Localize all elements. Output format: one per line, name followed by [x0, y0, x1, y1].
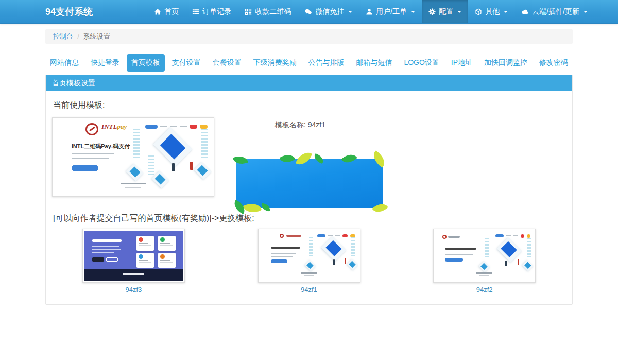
mock-text-line [160, 260, 170, 261]
nav-label: 云端/插件/更新 [532, 7, 579, 16]
nav-item-wechat[interactable]: 微信免挂 [298, 0, 359, 23]
mock-text-line [160, 245, 173, 246]
tab-sub-reward[interactable]: 下级消费奖励 [249, 54, 301, 72]
gear-icon [428, 8, 436, 15]
nav-label: 订单记录 [202, 7, 231, 16]
mock-button [106, 257, 118, 262]
mock-button [72, 165, 98, 171]
mock-illustration [301, 231, 358, 281]
nav-item-qrcode[interactable]: 收款二维码 [238, 0, 298, 23]
tab-home-template[interactable]: 首页模板 [127, 54, 165, 72]
submit-template-hint: [可以向作者提交自己写的首页模板(有奖励)]->更换模板: [53, 213, 254, 224]
template-link-94zf2[interactable]: 94zf2 [476, 286, 493, 293]
mock-text-line [139, 245, 151, 246]
template-name-line: 模板名称: 94zf1 [275, 120, 325, 130]
mock-text-line [139, 262, 151, 263]
mock-shape [485, 238, 489, 258]
caret-down-icon [504, 11, 508, 13]
mock-card [158, 253, 176, 268]
caret-down-icon [583, 11, 588, 13]
caret-down-icon [348, 11, 352, 13]
template-option: 94zf3 [46, 229, 221, 293]
template-screenshot [435, 231, 534, 281]
template-link-94zf3[interactable]: 94zf3 [125, 286, 142, 293]
leaf-shape [313, 153, 325, 164]
current-template-preview: INTLpay INTL二维码Pay-码支付 [52, 117, 214, 197]
breadcrumb-separator: / [77, 33, 79, 41]
mock-shape [351, 237, 355, 257]
tab-callback-monitor[interactable]: 加快回调监控 [479, 54, 532, 72]
caret-down-icon [457, 11, 461, 13]
panel-body: 当前使用模板: INTLpay INTL二维码Pay-码支付 [46, 91, 572, 304]
nav-item-orders[interactable]: 订单记录 [185, 0, 238, 23]
template-gallery: 94zf3 [46, 229, 572, 293]
nav-item-cloud[interactable]: 云端/插件/更新 [514, 0, 594, 23]
mock-footer-text [123, 273, 144, 275]
mock-shape [133, 129, 140, 160]
template-settings-panel: 首页模板设置 当前使用模板: INTLpay INTL二维码Pay [45, 75, 573, 305]
tab-site-info[interactable]: 网站信息 [45, 54, 83, 72]
nav-item-home[interactable]: 首页 [147, 0, 185, 23]
brand-title[interactable]: 94支付系统 [45, 0, 93, 23]
template-name-value: 94zf1 [308, 120, 325, 129]
tab-announcement[interactable]: 公告与排版 [304, 54, 349, 72]
nav-label: 微信免挂 [315, 7, 344, 16]
mock-text-line [139, 243, 148, 244]
mock-button [271, 259, 287, 263]
nav-label: 其他 [485, 7, 500, 16]
wechat-icon [304, 8, 312, 15]
mock-text-line [445, 254, 472, 255]
breadcrumb: 控制台 / 系统设置 [45, 29, 573, 44]
settings-tabs: 网站信息 快捷登录 首页模板 支付设置 套餐设置 下级消费奖励 公告与排版 邮箱… [45, 54, 573, 72]
mock-text-line [160, 243, 170, 244]
mock-shape [201, 129, 208, 160]
mock-footer [84, 269, 183, 281]
mock-person [518, 259, 519, 265]
tab-payment[interactable]: 支付设置 [167, 54, 205, 72]
tab-quick-login[interactable]: 快捷登录 [86, 54, 124, 72]
list-icon [192, 8, 199, 15]
nav-item-users[interactable]: 用户/工单 [359, 0, 422, 23]
qrcode-icon [245, 8, 252, 15]
tab-change-password[interactable]: 修改密码 [535, 54, 573, 72]
cloud-icon [521, 8, 529, 15]
mock-heading [271, 247, 300, 249]
tab-ip[interactable]: IP地址 [447, 54, 477, 72]
nav-label: 配置 [439, 7, 453, 16]
mock-button [92, 257, 104, 262]
tab-logo[interactable]: LOGO设置 [399, 54, 443, 72]
mock-logo-icon [85, 123, 98, 135]
mock-heading [445, 248, 476, 250]
mock-text-line [92, 249, 121, 250]
nav-label: 首页 [164, 7, 179, 16]
mock-text-line [92, 252, 114, 253]
leaf-banner-image [236, 159, 383, 208]
mock-text-line [271, 256, 293, 257]
template-thumb-94zf3[interactable] [82, 229, 185, 283]
template-thumb-94zf1[interactable] [258, 229, 360, 283]
mock-person [190, 162, 193, 170]
current-template-label: 当前使用模板: [53, 100, 105, 111]
nav-item-other[interactable]: 其他 [468, 0, 514, 23]
mock-dot [139, 237, 143, 242]
user-icon [366, 8, 373, 15]
tab-mail-sms[interactable]: 邮箱与短信 [351, 54, 397, 72]
mock-card [136, 236, 154, 251]
tab-package[interactable]: 套餐设置 [208, 54, 246, 72]
leaf-shape [370, 150, 388, 168]
mock-logo-text [286, 235, 301, 237]
mock-text-line [72, 158, 110, 159]
leaf-shape [261, 203, 271, 212]
breadcrumb-current: 系统设置 [83, 32, 110, 41]
template-link-94zf1[interactable]: 94zf1 [301, 286, 317, 293]
mock-person [172, 163, 175, 171]
panel-title: 首页模板设置 [46, 75, 572, 91]
nav-label: 用户/工单 [376, 7, 407, 16]
leaf-shape [341, 151, 357, 167]
nav-item-config[interactable]: 配置 [422, 0, 468, 23]
mock-person [505, 261, 507, 266]
template-thumb-94zf2[interactable] [433, 229, 536, 283]
mock-illustration [476, 231, 534, 281]
mock-shape [527, 238, 531, 258]
breadcrumb-console[interactable]: 控制台 [53, 32, 73, 41]
